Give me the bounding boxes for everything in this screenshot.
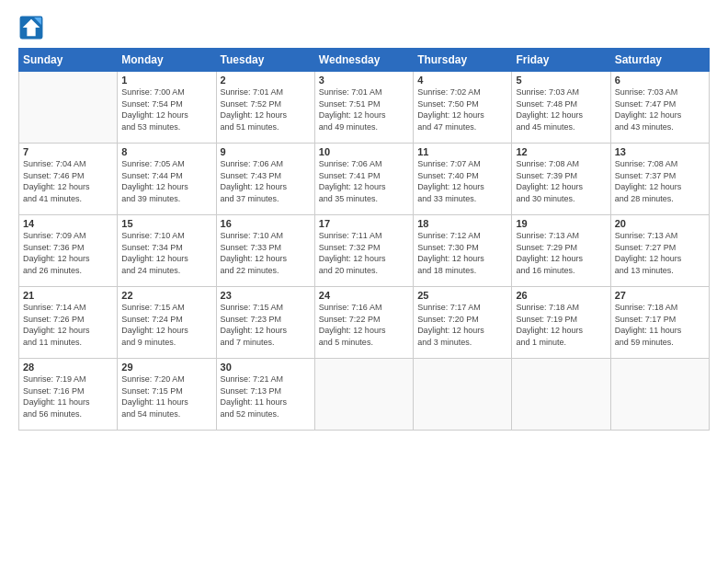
day-number: 15 [121,218,211,229]
calendar-cell: 16Sunrise: 7:10 AM Sunset: 7:33 PM Dayli… [216,215,314,287]
col-header-saturday: Saturday [610,49,709,72]
col-header-tuesday: Tuesday [216,49,314,72]
day-info: Sunrise: 7:06 AM Sunset: 7:43 PM Dayligh… [221,158,311,204]
calendar-cell: 24Sunrise: 7:16 AM Sunset: 7:22 PM Dayli… [314,287,413,359]
day-info: Sunrise: 7:11 AM Sunset: 7:32 PM Dayligh… [319,230,409,276]
calendar-cell: 20Sunrise: 7:13 AM Sunset: 7:27 PM Dayli… [610,215,709,287]
day-info: Sunrise: 7:14 AM Sunset: 7:26 PM Dayligh… [23,302,113,348]
calendar-cell: 5Sunrise: 7:03 AM Sunset: 7:48 PM Daylig… [512,72,610,144]
day-number: 30 [221,362,311,373]
day-info: Sunrise: 7:10 AM Sunset: 7:34 PM Dayligh… [121,230,211,276]
col-header-wednesday: Wednesday [314,49,413,72]
calendar-cell: 4Sunrise: 7:02 AM Sunset: 7:50 PM Daylig… [414,72,512,144]
calendar-cell: 12Sunrise: 7:08 AM Sunset: 7:39 PM Dayli… [512,144,610,215]
day-number: 5 [516,75,606,86]
day-info: Sunrise: 7:06 AM Sunset: 7:41 PM Dayligh… [319,158,409,204]
day-number: 8 [121,146,211,157]
calendar-cell: 30Sunrise: 7:21 AM Sunset: 7:13 PM Dayli… [216,359,314,431]
day-number: 1 [121,75,211,86]
col-header-thursday: Thursday [414,49,512,72]
day-number: 2 [221,75,311,86]
day-info: Sunrise: 7:03 AM Sunset: 7:48 PM Dayligh… [516,86,606,132]
day-number: 4 [417,75,507,86]
day-number: 6 [615,75,705,86]
day-number: 7 [23,146,113,157]
page: SundayMondayTuesdayWednesdayThursdayFrid… [0,0,728,563]
day-number: 28 [23,362,113,373]
day-number: 23 [221,290,311,301]
calendar-cell: 26Sunrise: 7:18 AM Sunset: 7:19 PM Dayli… [512,287,610,359]
calendar-cell [314,359,413,431]
day-info: Sunrise: 7:02 AM Sunset: 7:50 PM Dayligh… [417,86,507,132]
calendar-cell: 9Sunrise: 7:06 AM Sunset: 7:43 PM Daylig… [216,144,314,215]
calendar-cell: 6Sunrise: 7:03 AM Sunset: 7:47 PM Daylig… [610,72,709,144]
day-number: 3 [319,75,409,86]
day-info: Sunrise: 7:17 AM Sunset: 7:20 PM Dayligh… [417,302,507,348]
calendar-cell: 13Sunrise: 7:08 AM Sunset: 7:37 PM Dayli… [610,144,709,215]
day-number: 10 [319,146,409,157]
calendar-cell: 10Sunrise: 7:06 AM Sunset: 7:41 PM Dayli… [314,144,413,215]
day-info: Sunrise: 7:13 AM Sunset: 7:27 PM Dayligh… [615,230,705,276]
day-info: Sunrise: 7:20 AM Sunset: 7:15 PM Dayligh… [121,373,211,419]
day-info: Sunrise: 7:16 AM Sunset: 7:22 PM Dayligh… [319,302,409,348]
day-number: 12 [516,146,606,157]
header [18,15,710,40]
calendar-row-2: 14Sunrise: 7:09 AM Sunset: 7:36 PM Dayli… [19,215,710,287]
day-number: 29 [121,362,211,373]
day-number: 19 [516,218,606,229]
day-info: Sunrise: 7:08 AM Sunset: 7:37 PM Dayligh… [615,158,705,204]
calendar-cell: 17Sunrise: 7:11 AM Sunset: 7:32 PM Dayli… [314,215,413,287]
calendar-table: SundayMondayTuesdayWednesdayThursdayFrid… [18,48,710,431]
day-info: Sunrise: 7:05 AM Sunset: 7:44 PM Dayligh… [121,158,211,204]
calendar-cell: 15Sunrise: 7:10 AM Sunset: 7:34 PM Dayli… [118,215,216,287]
calendar-cell: 18Sunrise: 7:12 AM Sunset: 7:30 PM Dayli… [414,215,512,287]
day-number: 11 [417,146,507,157]
calendar-cell: 19Sunrise: 7:13 AM Sunset: 7:29 PM Dayli… [512,215,610,287]
day-number: 9 [221,146,311,157]
calendar-cell: 29Sunrise: 7:20 AM Sunset: 7:15 PM Dayli… [118,359,216,431]
calendar-header-row: SundayMondayTuesdayWednesdayThursdayFrid… [19,49,710,72]
col-header-friday: Friday [512,49,610,72]
day-number: 18 [417,218,507,229]
calendar-cell: 11Sunrise: 7:07 AM Sunset: 7:40 PM Dayli… [414,144,512,215]
logo [18,15,48,40]
calendar-row-0: 1Sunrise: 7:00 AM Sunset: 7:54 PM Daylig… [19,72,710,144]
calendar-cell: 1Sunrise: 7:00 AM Sunset: 7:54 PM Daylig… [118,72,216,144]
calendar-cell: 21Sunrise: 7:14 AM Sunset: 7:26 PM Dayli… [19,287,118,359]
day-info: Sunrise: 7:18 AM Sunset: 7:17 PM Dayligh… [615,302,705,348]
calendar-cell [610,359,709,431]
calendar-cell: 25Sunrise: 7:17 AM Sunset: 7:20 PM Dayli… [414,287,512,359]
calendar-cell [19,72,118,144]
day-info: Sunrise: 7:19 AM Sunset: 7:16 PM Dayligh… [23,373,113,419]
day-info: Sunrise: 7:15 AM Sunset: 7:24 PM Dayligh… [121,302,211,348]
day-number: 22 [121,290,211,301]
calendar-cell: 8Sunrise: 7:05 AM Sunset: 7:44 PM Daylig… [118,144,216,215]
day-number: 24 [319,290,409,301]
day-info: Sunrise: 7:15 AM Sunset: 7:23 PM Dayligh… [221,302,311,348]
day-info: Sunrise: 7:00 AM Sunset: 7:54 PM Dayligh… [121,86,211,132]
calendar-cell: 2Sunrise: 7:01 AM Sunset: 7:52 PM Daylig… [216,72,314,144]
calendar-cell: 22Sunrise: 7:15 AM Sunset: 7:24 PM Dayli… [118,287,216,359]
calendar-cell: 7Sunrise: 7:04 AM Sunset: 7:46 PM Daylig… [19,144,118,215]
day-number: 21 [23,290,113,301]
day-info: Sunrise: 7:08 AM Sunset: 7:39 PM Dayligh… [516,158,606,204]
day-info: Sunrise: 7:10 AM Sunset: 7:33 PM Dayligh… [221,230,311,276]
day-info: Sunrise: 7:12 AM Sunset: 7:30 PM Dayligh… [417,230,507,276]
calendar-cell: 14Sunrise: 7:09 AM Sunset: 7:36 PM Dayli… [19,215,118,287]
day-info: Sunrise: 7:18 AM Sunset: 7:19 PM Dayligh… [516,302,606,348]
calendar-cell: 28Sunrise: 7:19 AM Sunset: 7:16 PM Dayli… [19,359,118,431]
col-header-sunday: Sunday [19,49,118,72]
logo-icon [18,15,44,40]
day-number: 17 [319,218,409,229]
day-number: 25 [417,290,507,301]
day-number: 26 [516,290,606,301]
calendar-row-1: 7Sunrise: 7:04 AM Sunset: 7:46 PM Daylig… [19,144,710,215]
col-header-monday: Monday [118,49,216,72]
day-info: Sunrise: 7:04 AM Sunset: 7:46 PM Dayligh… [23,158,113,204]
calendar-cell: 23Sunrise: 7:15 AM Sunset: 7:23 PM Dayli… [216,287,314,359]
day-info: Sunrise: 7:13 AM Sunset: 7:29 PM Dayligh… [516,230,606,276]
calendar-cell: 3Sunrise: 7:01 AM Sunset: 7:51 PM Daylig… [314,72,413,144]
calendar-row-4: 28Sunrise: 7:19 AM Sunset: 7:16 PM Dayli… [19,359,710,431]
day-number: 20 [615,218,705,229]
calendar-row-3: 21Sunrise: 7:14 AM Sunset: 7:26 PM Dayli… [19,287,710,359]
